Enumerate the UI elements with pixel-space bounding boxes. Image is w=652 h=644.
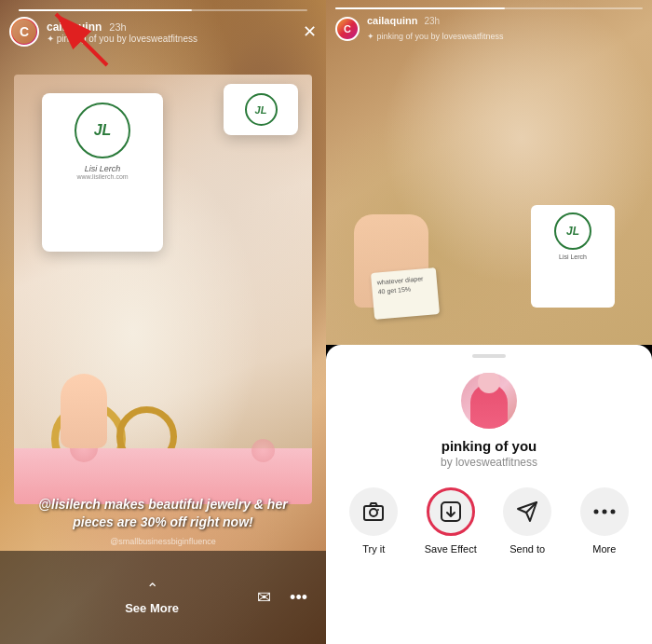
svg-line-1 xyxy=(56,14,107,65)
note-paper-1: whatever diaper40 get 15% xyxy=(371,267,440,320)
avatar-image: C xyxy=(12,20,36,44)
save-effect-label: Save Effect xyxy=(425,543,477,555)
effect-avatar xyxy=(461,373,517,429)
earrings-content-area: JL Lisi Lerch www.lisilerch.com JL xyxy=(14,75,312,504)
right-brand-card: JL Lisi Lerch xyxy=(531,205,615,308)
right-progress-bar xyxy=(335,7,643,9)
send-icon[interactable]: ✉ xyxy=(257,587,271,608)
right-avatar-initial: C xyxy=(344,23,351,34)
right-brand-initials: JL xyxy=(566,225,579,238)
right-user-row[interactable]: C cailaquinn 23h ✦ pinking of you by lov… xyxy=(335,15,643,43)
hand-shape xyxy=(61,374,107,448)
try-it-icon-wrap xyxy=(349,487,398,536)
more-button[interactable]: More xyxy=(572,487,637,555)
more-icon-wrap xyxy=(580,487,629,536)
flower-decoration-2 xyxy=(251,439,275,462)
right-story-preview: C cailaquinn 23h ✦ pinking of you by lov… xyxy=(326,0,652,345)
chevron-up-icon: ⌃ xyxy=(146,580,158,597)
right-effect-name: ✦ pinking of you by lovesweatfitness xyxy=(367,32,504,41)
more-label: More xyxy=(592,543,616,555)
right-brand-circle: JL xyxy=(554,212,591,250)
brand-logo-small: JL xyxy=(245,93,278,126)
more-dots-icon xyxy=(593,509,616,514)
avatar[interactable]: C xyxy=(9,17,39,47)
note-text: whatever diaper40 get 15% xyxy=(376,274,431,297)
effect-display-name: pinking of you xyxy=(441,438,537,454)
send-to-button[interactable]: Send to xyxy=(495,487,560,555)
brand-logo-text: JL xyxy=(94,122,112,139)
send-icon xyxy=(516,500,538,523)
brand-url: www.lisilerch.com xyxy=(76,173,128,180)
earrings-bg: JL Lisi Lerch www.lisilerch.com JL xyxy=(14,75,312,504)
brand-logo-small-text: JL xyxy=(255,104,267,116)
try-it-label: Try it xyxy=(362,543,385,555)
svg-point-6 xyxy=(593,510,598,514)
send-to-icon-wrap xyxy=(503,487,551,536)
svg-point-3 xyxy=(370,509,377,516)
see-more-label: See More xyxy=(125,601,179,615)
right-username: cailaquinn xyxy=(367,15,417,26)
bottom-icons: ✉ ••• xyxy=(257,587,307,608)
brand-name: Lisi Lerch xyxy=(85,164,121,173)
download-icon xyxy=(440,500,462,523)
effect-avatar-figure xyxy=(470,384,508,429)
close-button[interactable]: ✕ xyxy=(303,21,317,42)
right-time: 23h xyxy=(424,16,440,26)
brand-logo: JL xyxy=(75,103,130,158)
right-brand-name: Lisi Lerch xyxy=(559,253,587,260)
right-panel: C cailaquinn 23h ✦ pinking of you by lov… xyxy=(326,0,652,644)
right-progress-fill xyxy=(335,7,505,9)
try-it-button[interactable]: Try it xyxy=(341,487,406,555)
bottom-sheet: pinking of you by lovesweatfitness Try i… xyxy=(326,345,652,644)
right-story-header: C cailaquinn 23h ✦ pinking of you by lov… xyxy=(335,7,643,43)
left-story-panel: C cailaquinn 23h ✦ pinking of you by lov… xyxy=(0,0,326,644)
svg-point-8 xyxy=(610,510,615,514)
see-more-button[interactable]: ⌃ See More xyxy=(125,580,179,615)
avatar-head xyxy=(478,373,500,393)
overlay-caption: @lisilerch makes beautiful jewelry & her… xyxy=(19,496,307,532)
svg-point-4 xyxy=(377,509,379,511)
actions-row: Try it Save Effect xyxy=(326,487,652,555)
sheet-handle xyxy=(472,354,506,358)
right-user-info: cailaquinn 23h ✦ pinking of you by loves… xyxy=(367,15,504,43)
svg-point-7 xyxy=(602,510,606,514)
save-effect-icon-wrap xyxy=(427,487,475,536)
red-arrow xyxy=(42,5,116,74)
right-avatar[interactable]: C xyxy=(335,17,360,41)
more-icon[interactable]: ••• xyxy=(290,588,307,608)
bottom-bar-left: ⌃ See More ✉ ••• xyxy=(0,551,326,644)
send-to-label: Send to xyxy=(509,543,545,555)
effect-by-credit: by lovesweatfitness xyxy=(441,456,537,469)
brand-card-main: JL Lisi Lerch www.lisilerch.com xyxy=(42,93,163,252)
brand-card-small: JL xyxy=(224,84,298,135)
credit-text: @smallbusinessbiginfluence xyxy=(0,537,326,546)
save-effect-button[interactable]: Save Effect xyxy=(418,487,483,555)
camera-icon xyxy=(362,500,385,523)
